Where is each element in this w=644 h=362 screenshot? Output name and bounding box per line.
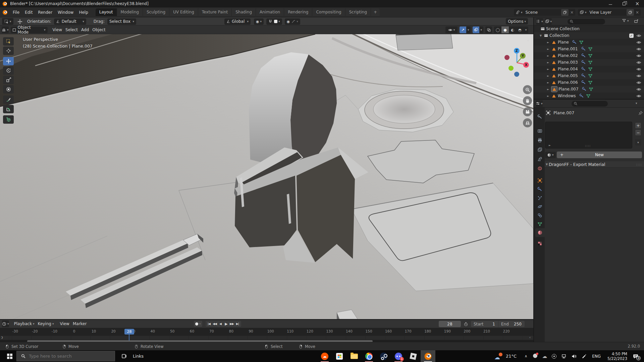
tab-compositing[interactable]: Compositing xyxy=(312,8,345,16)
outliner-display-mode-dropdown[interactable]: ▾ xyxy=(536,18,543,25)
tray-language[interactable]: ENG xyxy=(592,354,601,359)
outliner-row-windows[interactable]: ►Windows xyxy=(534,93,644,99)
object-name[interactable]: Plane.004 xyxy=(558,67,578,71)
properties-options-icon[interactable]: ▾ xyxy=(636,102,637,105)
overlays-toggle-icon[interactable] xyxy=(473,26,479,33)
outliner-row-plane.003[interactable]: ►Plane.003 xyxy=(534,59,644,66)
object-name[interactable]: Windows xyxy=(558,94,576,98)
taskbar-app-store[interactable] xyxy=(332,350,347,362)
properties-display-dropdown[interactable]: ▾ xyxy=(536,100,543,107)
active-tool-icon[interactable]: ▾ xyxy=(2,18,13,25)
tab-texture[interactable] xyxy=(535,239,545,248)
jump-to-start-button[interactable]: |◀ xyxy=(206,321,212,327)
taskbar-app-steam[interactable] xyxy=(376,350,391,362)
viewport-menu-view[interactable]: View xyxy=(51,26,64,33)
tab-animation[interactable]: Animation xyxy=(256,8,284,16)
object-name[interactable]: Plane xyxy=(558,40,569,45)
view-layer-name[interactable]: View Layer xyxy=(588,10,627,15)
slot-expand-icon[interactable]: ► xyxy=(549,144,551,147)
expand-icon[interactable]: ► xyxy=(546,95,550,98)
timeline-view-menu[interactable]: View xyxy=(58,320,71,327)
tab-render[interactable] xyxy=(535,126,545,135)
current-frame-field[interactable]: 28 xyxy=(439,321,461,327)
taskbar-app-discord[interactable]: 1 xyxy=(391,350,406,362)
expand-icon[interactable]: ► xyxy=(546,41,550,44)
eye-icon[interactable] xyxy=(636,87,641,92)
playhead[interactable] xyxy=(129,335,129,341)
menu-edit[interactable]: Edit xyxy=(22,10,35,15)
weather-icon[interactable]: ☁ xyxy=(494,353,503,360)
tool-scale[interactable] xyxy=(3,76,14,84)
outliner-filter-dropdown[interactable]: ▾ xyxy=(622,18,629,23)
timeline-ruler[interactable]: -30-20-100102030405060708090100110120130… xyxy=(0,328,533,336)
tray-network-icon[interactable] xyxy=(561,354,567,359)
camera-view-button[interactable] xyxy=(523,107,532,116)
expand-icon[interactable]: ► xyxy=(546,54,550,57)
object-name[interactable]: Plane.002 xyxy=(558,53,578,58)
outliner-row-collection[interactable]: ▼ Collection ✓ xyxy=(534,32,644,39)
tool-cursor[interactable] xyxy=(3,47,14,55)
drag-dropdown[interactable]: Select Box▾ xyxy=(107,18,136,25)
taskbar-search-box[interactable] xyxy=(16,351,115,361)
tray-meet-icon[interactable] xyxy=(552,354,556,359)
eye-icon[interactable] xyxy=(636,47,641,52)
3d-viewport[interactable]: ▾ Object Mode▾ View Select Add Object ▾ … xyxy=(0,25,533,319)
tray-pen-icon[interactable] xyxy=(581,354,586,359)
object-name[interactable]: Plane.006 xyxy=(558,80,578,85)
shading-solid-button[interactable]: ● xyxy=(501,26,509,33)
tool-add-cube[interactable] xyxy=(3,115,14,124)
collection-checkbox[interactable]: ✓ xyxy=(629,34,634,38)
collapse-icon[interactable]: ▼ xyxy=(539,34,543,37)
gizmo-neg-z-axis[interactable] xyxy=(514,72,519,77)
viewport-menu-add[interactable]: Add xyxy=(79,26,91,33)
channel-expand-icon[interactable]: ❯ xyxy=(1,336,3,339)
tab-object-data[interactable] xyxy=(535,220,545,228)
breadcrumb-object-name[interactable]: Plane.007 xyxy=(553,110,574,115)
taskbar-app-chrome[interactable] xyxy=(362,350,376,362)
new-collection-button[interactable] xyxy=(634,18,639,23)
tool-move[interactable] xyxy=(3,57,14,65)
tab-constraints[interactable] xyxy=(535,211,545,220)
keying-menu[interactable]: Keying▾ xyxy=(36,320,56,327)
tab-scripting[interactable]: Scripting xyxy=(345,8,371,16)
object-name[interactable]: Plane.001 xyxy=(558,47,578,51)
expand-icon[interactable]: ► xyxy=(546,68,550,71)
shading-dropdown-icon[interactable]: ▾ xyxy=(524,26,528,33)
taskbar-app-blender-active[interactable] xyxy=(421,350,435,362)
view-layer-remove-icon[interactable]: × xyxy=(634,9,641,16)
tab-view-layer[interactable] xyxy=(535,145,545,154)
tab-object[interactable] xyxy=(535,176,545,185)
properties-search[interactable] xyxy=(572,101,608,107)
tab-rendering[interactable]: Rendering xyxy=(284,8,312,16)
next-keyframe-button[interactable]: ▶▶ xyxy=(229,321,235,327)
tab-physics[interactable] xyxy=(535,202,545,211)
expand-icon[interactable]: ► xyxy=(546,81,550,84)
add-workspace-button[interactable]: + xyxy=(371,8,380,16)
maximize-button[interactable] xyxy=(617,0,631,7)
object-name[interactable]: Plane.003 xyxy=(558,60,578,65)
add-slot-button[interactable]: + xyxy=(635,122,641,129)
eye-icon[interactable] xyxy=(636,94,641,99)
tab-modeling[interactable]: Modeling xyxy=(117,8,143,16)
auto-keying-button[interactable]: ▾ xyxy=(194,321,202,327)
tab-uv-editing[interactable]: UV Editing xyxy=(169,8,198,16)
eye-icon[interactable] xyxy=(636,67,641,72)
outliner-row-plane.001[interactable]: ►Plane.001 xyxy=(534,46,644,52)
outliner-row-plane.005[interactable]: ►Plane.005 xyxy=(534,72,644,79)
tab-material[interactable] xyxy=(535,228,545,237)
tab-texture-paint[interactable]: Texture Paint xyxy=(198,8,232,16)
tray-temperature[interactable]: 21°C xyxy=(506,354,517,359)
eye-icon[interactable] xyxy=(636,53,641,58)
eye-icon[interactable] xyxy=(636,80,641,85)
remove-slot-button[interactable]: − xyxy=(635,129,641,136)
start-button[interactable] xyxy=(3,350,16,362)
gizmos-dropdown[interactable]: ↗ ▾ xyxy=(460,26,471,33)
shading-material-button[interactable]: ◐ xyxy=(509,26,516,33)
scene-name[interactable]: Scene xyxy=(524,10,561,15)
zoom-button[interactable] xyxy=(523,85,532,94)
end-frame-field[interactable]: End 250 xyxy=(498,321,525,327)
new-material-button[interactable]: + New xyxy=(557,152,642,158)
tray-onedrive-icon[interactable]: ☁ xyxy=(542,353,547,359)
perspective-toggle-button[interactable] xyxy=(523,118,532,127)
tray-expand-icon[interactable]: ∧ xyxy=(525,354,527,358)
